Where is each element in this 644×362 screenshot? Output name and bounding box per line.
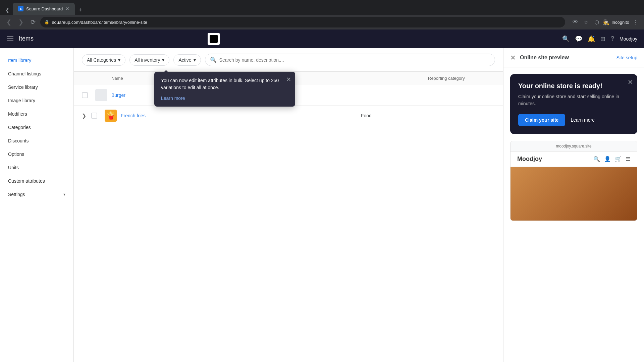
- site-cart-icon: 🛒: [615, 156, 622, 162]
- sidebar-item-item-library[interactable]: Item library: [0, 54, 73, 67]
- site-preview-content: Moodjoy 🔍 👤 🛒 ☰: [511, 152, 637, 221]
- main-content: Item library Channel listings Service li…: [0, 48, 644, 362]
- cat-col-header: [361, 76, 428, 81]
- item-name-link[interactable]: Burger: [111, 93, 125, 98]
- chevron-down-icon: ▾: [63, 192, 65, 197]
- row-name: French fries: [121, 113, 361, 119]
- sidebar-item-label: Options: [8, 152, 24, 157]
- active-filter-label: Active: [178, 57, 191, 63]
- bookmark-star-icon[interactable]: ☆: [581, 17, 591, 27]
- sidebar-item-label: Item library: [8, 58, 31, 63]
- claim-site-btn[interactable]: Claim your site: [518, 114, 565, 126]
- grid-icon-btn[interactable]: ⊞: [600, 35, 605, 43]
- search-input[interactable]: [219, 57, 490, 63]
- table-row[interactable]: ❯ French fries Food: [74, 106, 503, 126]
- panel-header: ✕ Online site preview Site setup: [503, 48, 644, 67]
- filter-bar: All Categories ▾ All inventory ▾ Active …: [74, 48, 503, 72]
- reload-btn[interactable]: ⟳: [28, 17, 38, 27]
- store-actions: Claim your site Learn more: [518, 114, 629, 126]
- tooltip-text: You can now edit item attributes in bulk…: [161, 77, 288, 91]
- categories-filter-btn[interactable]: All Categories ▾: [82, 54, 125, 66]
- panel-body: ✕ Your online store is ready! Claim your…: [503, 67, 644, 362]
- app-container: Items 🔍 💬 🔔 ⊞ ? Moodjoy Item library Cha…: [0, 29, 644, 362]
- tab-close-btn[interactable]: ✕: [65, 6, 69, 11]
- sidebar-item-options[interactable]: Options: [0, 147, 73, 161]
- forward-btn[interactable]: ❯: [16, 17, 25, 27]
- site-setup-link[interactable]: Site setup: [616, 55, 637, 60]
- help-icon-btn[interactable]: ?: [611, 35, 614, 42]
- item-category: Food: [361, 113, 372, 118]
- sidebar-item-modifiers[interactable]: Modifiers: [0, 107, 73, 121]
- row-checkbox[interactable]: [82, 92, 88, 98]
- sidebar-item-custom-attributes[interactable]: Custom attributes: [0, 174, 73, 188]
- row-expand-icon[interactable]: ❯: [82, 113, 90, 119]
- row-check-col: [91, 113, 105, 119]
- extension-icon[interactable]: ⬡: [592, 17, 601, 27]
- select-all-checkbox-col: [82, 76, 95, 81]
- chat-icon-btn[interactable]: 💬: [575, 35, 582, 43]
- nav-icons: 👁 ☆ ⬡ 🕵 Incognito ⋮: [571, 17, 640, 27]
- store-card-desc: Claim your online store and start sellin…: [518, 93, 629, 107]
- hamburger-btn[interactable]: [7, 37, 13, 41]
- tab-back-btn[interactable]: ❮: [3, 5, 12, 15]
- sidebar-item-label: Service library: [8, 84, 38, 90]
- eye-slash-icon[interactable]: 👁: [571, 17, 580, 27]
- sidebar-item-service-library[interactable]: Service library: [0, 80, 73, 94]
- sidebar-item-settings[interactable]: Settings ▾: [0, 188, 73, 201]
- user-name: Moodjoy: [620, 36, 637, 42]
- sidebar-item-label: Discounts: [8, 138, 29, 143]
- tab-title: Square Dashboard: [26, 6, 63, 11]
- site-user-icon: 👤: [604, 156, 611, 162]
- url-text: squareup.com/dashboard/items/library/onl…: [52, 20, 561, 25]
- panel-title: Online site preview: [520, 55, 569, 61]
- sidebar-item-channel-listings[interactable]: Channel listings: [0, 67, 73, 80]
- app-header: Items 🔍 💬 🔔 ⊞ ? Moodjoy: [0, 29, 644, 48]
- browser-tab[interactable]: S Square Dashboard ✕: [13, 3, 75, 15]
- sidebar-item-label: Channel listings: [8, 71, 41, 76]
- item-image: [105, 110, 117, 122]
- notifications-btn[interactable]: 🔔: [588, 35, 595, 43]
- nav-bar: ❮ ❯ ⟳ 🔒 squareup.com/dashboard/items/lib…: [0, 15, 644, 29]
- row-cat: Food: [361, 113, 428, 119]
- sidebar-item-discounts[interactable]: Discounts: [0, 134, 73, 147]
- sidebar-item-image-library[interactable]: Image library: [0, 94, 73, 107]
- sidebar-item-label: Settings: [8, 192, 25, 197]
- site-menu-icon: ☰: [626, 156, 630, 162]
- browser-chrome: ❮ S Square Dashboard ✕ + ❮ ❯ ⟳ 🔒 squareu…: [0, 0, 644, 29]
- row-img-col: [105, 110, 121, 122]
- sidebar-item-categories[interactable]: Categories: [0, 121, 73, 134]
- sidebar-item-label: Image library: [8, 98, 35, 103]
- store-card-title: Your online store is ready!: [518, 82, 629, 90]
- store-learn-more-link[interactable]: Learn more: [571, 117, 595, 123]
- tooltip-learn-more-link[interactable]: Learn more: [161, 96, 185, 101]
- tooltip-close-btn[interactable]: ✕: [286, 76, 291, 83]
- hero-img: [511, 167, 637, 221]
- store-card-close-btn[interactable]: ✕: [628, 78, 633, 86]
- item-image: [95, 89, 107, 101]
- content-area: All Categories ▾ All inventory ▾ Active …: [74, 48, 503, 362]
- table-body: Burger ❯: [74, 85, 503, 362]
- back-btn[interactable]: ❮: [4, 17, 13, 27]
- active-filter-btn[interactable]: Active ▾: [173, 54, 201, 66]
- inventory-filter-label: All inventory: [135, 57, 160, 63]
- more-options-btn[interactable]: ⋮: [631, 17, 640, 27]
- search-icon: 🔍: [210, 57, 217, 63]
- address-bar[interactable]: 🔒 squareup.com/dashboard/items/library/o…: [40, 17, 565, 27]
- panel-close-btn[interactable]: ✕: [510, 54, 516, 62]
- store-ready-card: ✕ Your online store is ready! Claim your…: [510, 74, 637, 134]
- tab-bar: ❮ S Square Dashboard ✕ +: [0, 0, 644, 15]
- lock-icon: 🔒: [44, 20, 49, 24]
- inventory-filter-btn[interactable]: All inventory ▾: [129, 54, 169, 66]
- row-img-col: [95, 89, 111, 101]
- header-right: 🔍 💬 🔔 ⊞ ? Moodjoy: [562, 35, 637, 43]
- new-tab-btn[interactable]: +: [75, 5, 85, 15]
- chevron-down-icon: ▾: [194, 57, 196, 63]
- site-url-text: moodjoy.square.site: [556, 144, 592, 148]
- item-name-link[interactable]: French fries: [121, 113, 146, 118]
- sidebar-item-units[interactable]: Units: [0, 161, 73, 174]
- row-check-col: [82, 92, 95, 98]
- row-checkbox[interactable]: [91, 113, 97, 119]
- search-icon-btn[interactable]: 🔍: [562, 35, 570, 43]
- sidebar-item-label: Categories: [8, 125, 31, 130]
- site-preview-section: moodjoy.square.site Moodjoy 🔍 👤 🛒 ☰: [510, 141, 637, 221]
